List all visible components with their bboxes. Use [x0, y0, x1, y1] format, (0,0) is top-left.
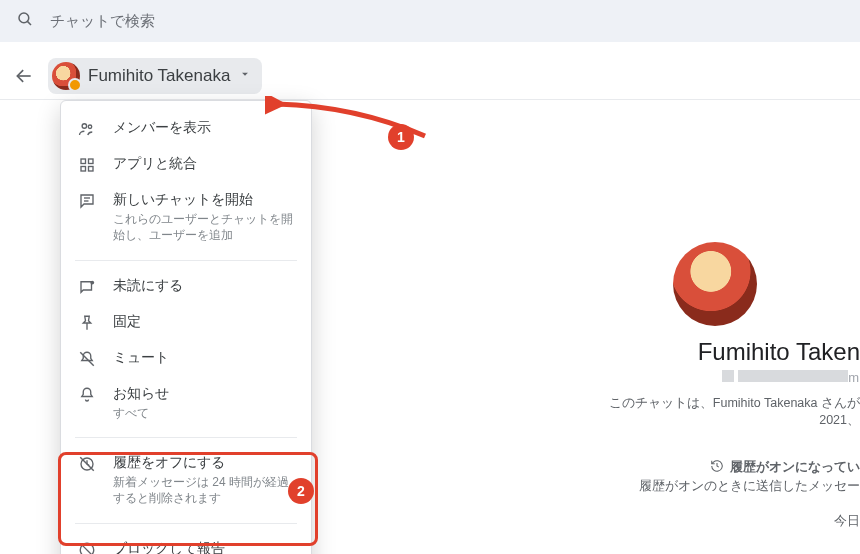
menu-item-label: アプリと統合: [113, 155, 197, 173]
menu-item-label: 固定: [113, 313, 141, 331]
menu-block-report[interactable]: ブロックして報告: [61, 532, 311, 554]
svg-rect-6: [89, 159, 94, 164]
menu-pin[interactable]: 固定: [61, 305, 311, 341]
svg-rect-7: [81, 167, 86, 172]
avatar: [52, 62, 80, 90]
history-status-title: 履歴がオンになってい: [730, 459, 860, 476]
block-icon: [77, 540, 97, 554]
menu-divider: [75, 523, 297, 524]
history-off-icon: [77, 454, 97, 474]
chat-title: Fumihito Takenaka: [88, 66, 230, 86]
history-status-sub: 履歴がオンのときに送信したメッセー: [570, 478, 860, 495]
svg-point-0: [19, 13, 29, 23]
menu-item-sublabel: これらのユーザーとチャットを開始し、ユーザーを追加: [113, 211, 295, 243]
svg-point-16: [80, 543, 94, 554]
svg-rect-8: [89, 167, 94, 172]
menu-item-label: ミュート: [113, 349, 169, 367]
mute-icon: [77, 349, 97, 369]
svg-line-17: [82, 545, 92, 554]
pin-icon: [77, 313, 97, 333]
bell-icon: [77, 385, 97, 405]
chat-icon: [77, 191, 97, 211]
chat-created-text: このチャットは、Fumihito Takenaka さんが 2021、: [570, 395, 860, 429]
chat-header: Fumihito Takenaka: [0, 52, 860, 100]
menu-new-chat[interactable]: 新しいチャットを開始 これらのユーザーとチャットを開始し、ユーザーを追加: [61, 183, 311, 252]
menu-item-label: ブロックして報告: [113, 540, 225, 554]
chevron-down-icon: [238, 67, 252, 85]
chat-info-panel: Fumihito Taken m このチャットは、Fumihito Takena…: [570, 242, 860, 530]
chat-title-dropdown[interactable]: Fumihito Takenaka: [48, 58, 262, 94]
search-bar[interactable]: チャットで検索: [0, 0, 860, 42]
svg-line-1: [27, 21, 31, 25]
svg-rect-5: [81, 159, 86, 164]
svg-point-4: [88, 125, 91, 128]
contact-email: m: [570, 370, 860, 385]
svg-line-15: [80, 457, 94, 471]
menu-item-label: 未読にする: [113, 277, 183, 295]
menu-mark-unread[interactable]: 未読にする: [61, 269, 311, 305]
menu-item-label: 履歴をオフにする: [113, 454, 295, 472]
menu-view-members[interactable]: メンバーを表示: [61, 111, 311, 147]
search-icon: [16, 10, 34, 32]
menu-item-sublabel: 新着メッセージは 24 時間が経過すると削除されます: [113, 474, 295, 506]
menu-divider: [75, 437, 297, 438]
chat-options-menu: メンバーを表示 アプリと統合 新しいチャットを開始 これらのユーザーとチャットを…: [60, 100, 312, 554]
back-button[interactable]: [8, 60, 40, 92]
unread-icon: [77, 277, 97, 297]
annotation-badge-1: 1: [388, 124, 414, 150]
contact-name: Fumihito Taken: [570, 338, 860, 366]
menu-item-label: 新しいチャットを開始: [113, 191, 295, 209]
avatar-large: [673, 242, 757, 326]
menu-history-off[interactable]: 履歴をオフにする 新着メッセージは 24 時間が経過すると削除されます: [61, 446, 311, 515]
svg-point-11: [90, 280, 94, 284]
menu-notifications[interactable]: お知らせ すべて: [61, 377, 311, 429]
date-label: 今日: [570, 513, 860, 530]
menu-item-sublabel: すべて: [113, 405, 169, 421]
menu-item-label: お知らせ: [113, 385, 169, 403]
search-placeholder: チャットで検索: [50, 12, 155, 31]
menu-apps-integrations[interactable]: アプリと統合: [61, 147, 311, 183]
people-icon: [77, 119, 97, 139]
menu-divider: [75, 260, 297, 261]
menu-mute[interactable]: ミュート: [61, 341, 311, 377]
menu-item-label: メンバーを表示: [113, 119, 211, 137]
history-icon: [710, 459, 724, 476]
svg-point-3: [82, 124, 87, 129]
apps-icon: [77, 155, 97, 175]
